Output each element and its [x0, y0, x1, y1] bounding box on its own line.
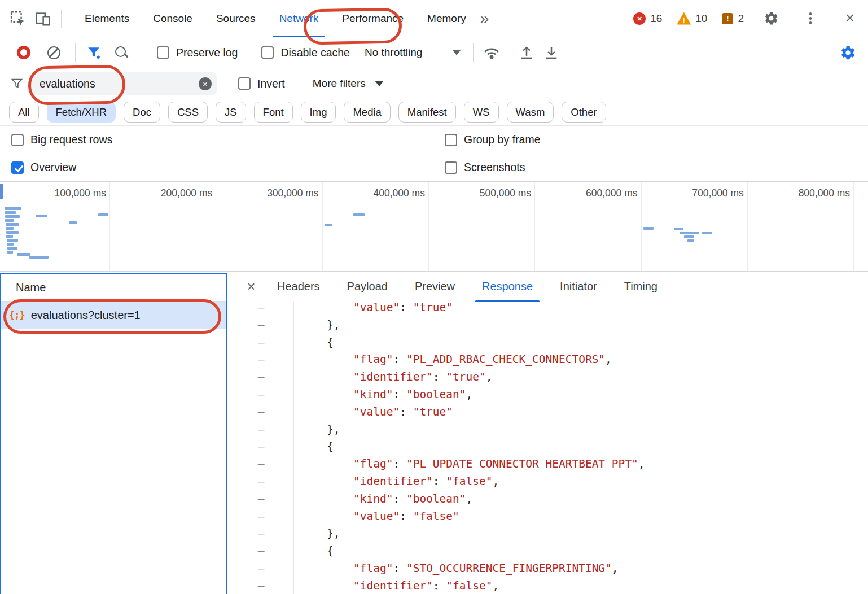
type-filter-css[interactable]: CSS	[168, 102, 208, 123]
close-devtools-icon[interactable]: ×	[838, 6, 862, 31]
inspect-element-icon[interactable]	[6, 6, 30, 31]
type-filter-font[interactable]: Font	[254, 102, 293, 123]
tab-console[interactable]: Console	[141, 0, 204, 37]
detail-tab-payload[interactable]: Payload	[334, 272, 401, 302]
type-filter-fetch-xhr[interactable]: Fetch/XHR	[47, 102, 116, 123]
invert-label[interactable]: Invert	[257, 77, 285, 90]
response-code-line: – "value": "true"	[229, 302, 868, 317]
network-conditions-icon[interactable]	[479, 40, 504, 65]
detail-tab-response[interactable]: Response	[468, 272, 546, 302]
overflow-menu-icon[interactable]	[798, 6, 823, 31]
timeline-gridline	[534, 182, 535, 271]
request-detail-panel: × HeadersPayloadPreviewResponseInitiator…	[229, 272, 868, 594]
view-options-row-2: Overview Screenshots	[0, 154, 868, 181]
disable-cache-checkbox[interactable]	[261, 46, 274, 59]
detail-tab-headers[interactable]: Headers	[264, 272, 334, 302]
divider	[75, 43, 76, 62]
big-request-rows-label[interactable]: Big request rows	[30, 133, 112, 146]
tab-elements[interactable]: Elements	[73, 0, 141, 37]
import-har-icon[interactable]	[514, 40, 539, 65]
network-activity-bar	[7, 247, 17, 250]
group-by-frame-label[interactable]: Group by frame	[464, 133, 540, 146]
record-network-log-button[interactable]	[17, 46, 30, 59]
response-code-line: – "flag": "PL_ADD_RBAC_CHECK_CONNECTORS"…	[229, 351, 868, 369]
clear-network-log-icon[interactable]	[47, 46, 60, 59]
tab-performance[interactable]: Performance	[330, 0, 415, 37]
warning-badge[interactable]: ! 10	[677, 12, 707, 25]
detail-tab-initiator[interactable]: Initiator	[546, 272, 611, 302]
clear-filter-icon[interactable]: ×	[199, 77, 212, 90]
screenshots-label[interactable]: Screenshots	[464, 161, 525, 174]
disable-cache-label[interactable]: Disable cache	[280, 46, 349, 59]
response-code-line: – "value": "true"	[229, 404, 868, 421]
timeline-tick-label: 400,000 ms	[339, 187, 425, 199]
code-text: "identifier": "false",	[294, 473, 499, 491]
group-by-frame-checkbox[interactable]	[445, 134, 457, 146]
tab-sources[interactable]: Sources	[204, 0, 268, 37]
overview-label[interactable]: Overview	[30, 161, 76, 174]
name-column-header[interactable]: Name	[1, 274, 226, 302]
detail-tab-timing[interactable]: Timing	[611, 272, 671, 302]
code-text: "kind": "boolean",	[294, 386, 472, 404]
overview-checkbox[interactable]	[11, 161, 24, 174]
request-rows: {;}evaluations?cluster=1	[1, 302, 226, 329]
gutter-marker: –	[229, 508, 294, 526]
type-filter-manifest[interactable]: Manifest	[398, 102, 456, 123]
code-text: "identifier": "false",	[294, 578, 499, 594]
preserve-log-checkbox[interactable]	[157, 46, 169, 59]
gutter-marker: –	[229, 525, 294, 543]
type-filter-img[interactable]: Img	[301, 102, 336, 123]
code-text: {	[294, 334, 334, 352]
filter-icon[interactable]	[81, 40, 106, 65]
preserve-log-label[interactable]: Preserve log	[176, 46, 238, 59]
code-text: "flag": "PL_UPDATE_CONNECTOR_HEARTBEAT_P…	[294, 456, 645, 473]
settings-gear-icon[interactable]	[759, 6, 783, 31]
response-body-viewer[interactable]: – "value": "true"–},–{– "flag": "PL_ADD_…	[229, 302, 868, 594]
more-filters-button[interactable]: More filters	[313, 77, 384, 90]
gutter-marker: –	[229, 491, 294, 508]
issues-badge[interactable]: ! 2	[722, 12, 744, 25]
close-detail-icon[interactable]: ×	[239, 278, 264, 295]
network-overview-timeline[interactable]: 100,000 ms200,000 ms300,000 ms400,000 ms…	[0, 181, 868, 272]
response-code-line: –{	[229, 438, 868, 456]
code-text: "flag": "STO_OCCURRENCE_FINGERPRINTING",	[294, 560, 619, 578]
gutter-marker: –	[229, 473, 294, 491]
response-code-line: –{	[229, 334, 868, 352]
screenshots-checkbox[interactable]	[445, 161, 457, 174]
json-response-icon: {;}	[9, 309, 25, 321]
type-filter-other[interactable]: Other	[562, 102, 606, 123]
network-activity-bar	[6, 231, 19, 234]
type-filter-ws[interactable]: WS	[464, 102, 499, 123]
big-request-rows-checkbox[interactable]	[11, 134, 24, 146]
type-filter-js[interactable]: JS	[216, 102, 246, 123]
throttling-select[interactable]: No throttling	[365, 46, 461, 59]
invert-checkbox[interactable]	[238, 77, 251, 90]
network-activity-bar	[5, 215, 20, 218]
more-tabs-icon[interactable]: »	[480, 10, 489, 28]
response-code-line: – "flag": "PL_UPDATE_CONNECTOR_HEARTBEAT…	[229, 456, 868, 473]
chevron-down-icon	[375, 81, 384, 86]
divider	[143, 43, 143, 62]
network-settings-gear-icon[interactable]	[835, 40, 860, 65]
response-code-line: –},	[229, 317, 868, 334]
type-filter-all[interactable]: All	[9, 102, 39, 123]
response-code-line: – "value": "false"	[229, 508, 868, 526]
type-filter-wasm[interactable]: Wasm	[507, 102, 554, 123]
filter-text-input[interactable]	[40, 77, 199, 90]
detail-tab-preview[interactable]: Preview	[401, 272, 468, 302]
response-code-line: – "identifier": "true",	[229, 369, 868, 386]
network-activity-bar	[353, 213, 365, 216]
network-activity-bar	[680, 232, 699, 234]
timeline-selection-handle[interactable]	[0, 184, 3, 199]
network-activity-bar	[643, 227, 654, 230]
search-icon[interactable]	[114, 45, 129, 60]
export-har-icon[interactable]	[539, 40, 564, 65]
device-toolbar-icon[interactable]	[30, 6, 55, 31]
tab-network[interactable]: Network	[268, 0, 331, 37]
tab-memory[interactable]: Memory	[415, 0, 478, 37]
type-filter-doc[interactable]: Doc	[124, 102, 160, 123]
type-filter-media[interactable]: Media	[344, 102, 390, 123]
error-badge[interactable]: × 16	[633, 12, 662, 25]
funnel-icon	[10, 77, 24, 90]
request-row[interactable]: {;}evaluations?cluster=1	[1, 302, 226, 329]
